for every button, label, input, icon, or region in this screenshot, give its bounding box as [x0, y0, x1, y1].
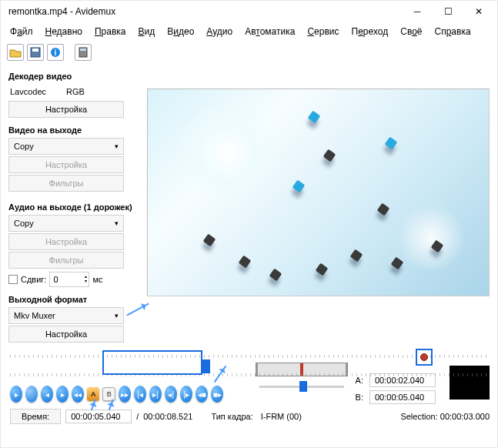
selection-label: Selection:: [400, 412, 437, 421]
shift-unit: мс: [92, 275, 102, 284]
output-format-title: Выходной формат: [8, 295, 139, 304]
shift-label: Сдвиг:: [21, 275, 46, 284]
decoder-lib: Lavcodec: [10, 87, 46, 96]
goto-a-button[interactable]: ◂|: [165, 386, 177, 403]
video-output-title: Видео на выходе: [8, 125, 139, 135]
menu-view[interactable]: Вид: [134, 24, 160, 39]
jog-slider[interactable]: [259, 381, 344, 392]
maximize-button[interactable]: ☐: [433, 1, 463, 22]
timeline-ruler-bottom[interactable]: [10, 370, 488, 378]
menu-recent[interactable]: Недавно: [41, 24, 87, 39]
output-format-select[interactable]: Mkv Muxer: [8, 307, 124, 324]
menu-go[interactable]: Переход: [347, 24, 393, 39]
audio-codec-select[interactable]: Copy: [8, 215, 124, 232]
video-filters-button: Фильтры: [8, 175, 124, 192]
calculator-icon[interactable]: [75, 44, 92, 61]
time-button[interactable]: Время:: [10, 409, 61, 424]
video-codec-select[interactable]: Copy: [8, 138, 124, 155]
menu-edit[interactable]: Правка: [90, 24, 131, 39]
menu-service[interactable]: Сервис: [302, 24, 343, 39]
marker-b-label: B:: [356, 393, 363, 402]
prev-black-button[interactable]: ◂■: [196, 386, 208, 403]
svg-rect-5: [80, 48, 86, 51]
close-button[interactable]: ✕: [463, 1, 494, 22]
save-icon[interactable]: [27, 44, 44, 61]
audio-output-title: Аудио на выходе (1 дорожек): [8, 202, 139, 212]
goto-start-button[interactable]: |◂: [134, 386, 146, 403]
next-frame-button[interactable]: ▸: [56, 386, 69, 403]
minimize-button[interactable]: ─: [402, 1, 433, 22]
video-preview: [147, 89, 490, 296]
current-time-input[interactable]: 00:00:05.040: [65, 410, 132, 423]
prev-keyframe-button[interactable]: ◂◂: [72, 386, 84, 403]
menu-auto[interactable]: Автоматика: [240, 24, 299, 39]
video-configure-button: Настройка: [8, 156, 124, 173]
open-icon[interactable]: [7, 44, 24, 61]
menu-own[interactable]: Своё: [396, 24, 426, 39]
record-icon: [420, 353, 428, 361]
shift-checkbox[interactable]: [8, 275, 18, 284]
timeline-playhead[interactable]: [202, 359, 210, 373]
menu-help[interactable]: Справка: [430, 24, 476, 39]
annotation-arrow-icon: [126, 303, 149, 316]
shift-value-spinner[interactable]: 0: [49, 272, 89, 287]
audio-filters-button: Фильтры: [8, 252, 124, 269]
window-title: remontka.mp4 - Avidemux: [8, 6, 402, 17]
next-black-button[interactable]: ■▸: [211, 386, 223, 403]
goto-b-button[interactable]: |▸: [180, 386, 192, 403]
prev-frame-button[interactable]: ◂: [41, 386, 53, 403]
svg-text:i: i: [55, 48, 57, 57]
record-toggle[interactable]: [416, 349, 433, 366]
frame-type-label: Тип кадра:: [211, 412, 252, 421]
decoder-colorspace: RGB: [66, 87, 85, 96]
output-configure-button[interactable]: Настройка: [8, 326, 124, 343]
frame-type-value: I-FRM (00): [261, 412, 302, 421]
decoder-configure-button[interactable]: Настройка: [8, 101, 124, 118]
stop-button[interactable]: [25, 386, 38, 403]
menu-file[interactable]: Файл: [5, 24, 38, 39]
decoder-title: Декодер видео: [8, 72, 139, 81]
selection-value: 00:00:03.000: [440, 412, 490, 421]
audio-configure-button: Настройка: [8, 233, 124, 250]
menu-audio[interactable]: Аудио: [202, 24, 237, 39]
next-keyframe-button[interactable]: ▸▸: [119, 386, 131, 403]
play-button[interactable]: ▸: [10, 386, 22, 403]
marker-b-value: 00:00:05.040: [369, 390, 436, 404]
goto-end-button[interactable]: ▸|: [149, 386, 162, 403]
total-sep: /: [136, 412, 139, 421]
menu-video[interactable]: Видео: [162, 24, 199, 39]
info-icon[interactable]: i: [47, 44, 64, 61]
total-time: 00:00:08.521: [143, 412, 192, 421]
svg-rect-1: [32, 48, 38, 52]
